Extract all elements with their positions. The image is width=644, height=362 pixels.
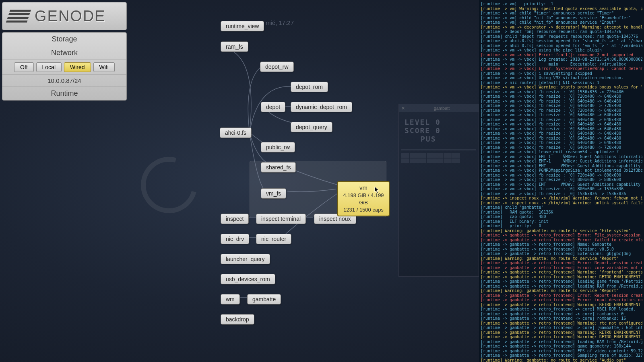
network-options: Off Local Wired Wifi — [2, 60, 126, 75]
node-depot-query[interactable]: depot_query — [291, 122, 332, 132]
node-dynamic-depot-rom[interactable]: dynamic_depot_rom — [291, 102, 352, 112]
node-wm[interactable]: wm — [221, 294, 240, 304]
logo-text: GENODE — [35, 8, 106, 25]
node-gambatte[interactable]: gambatte — [247, 294, 281, 304]
menu-runtime[interactable]: Runtime — [2, 87, 126, 100]
logo-panel: GENODE — [2, 2, 127, 30]
node-vm-detail[interactable]: vm 4.198 GiB / 4.199 GiB 1231 / 1500 cap… — [337, 181, 390, 216]
node-inspect-terminal[interactable]: inspect terminal — [256, 214, 306, 224]
genode-logo-icon — [5, 6, 32, 26]
net-off-button[interactable]: Off — [14, 62, 33, 72]
ip-address: 10.0.0.87/24 — [2, 75, 126, 87]
node-nic-drv[interactable]: nic_drv — [221, 234, 249, 244]
menu-network[interactable]: Network — [2, 46, 126, 60]
node-nic-router[interactable]: nic_router — [256, 234, 291, 244]
net-local-button[interactable]: Local — [36, 62, 62, 72]
node-ram-fs[interactable]: ram_fs — [221, 41, 248, 52]
node-ahci[interactable]: ahci-0.fs — [220, 128, 252, 138]
node-public-rw[interactable]: public_rw — [261, 142, 295, 152]
log-panel[interactable]: [runtime -> vm] priority: 1[runtime -> v… — [479, 0, 644, 362]
node-depot-rw[interactable]: depot_rw — [260, 62, 294, 72]
vm-title: vm — [341, 183, 386, 192]
node-backdrop[interactable]: backdrop — [221, 314, 254, 325]
emu-screen: LEVEL 0 SCORE 0 PUS — [401, 115, 476, 146]
emu-titlebar[interactable]: ✕ gambatt — [399, 104, 479, 112]
vm-memory: 4.198 GiB / 4.199 GiB — [341, 192, 386, 206]
node-runtime-view[interactable]: runtime_view — [221, 21, 264, 31]
gambatte-window[interactable]: ✕ gambatt LEVEL 0 SCORE 0 PUS — [398, 104, 479, 277]
debian-swirl — [130, 146, 207, 223]
node-launcher-query[interactable]: launcher_query — [221, 254, 270, 264]
node-usb-devices-rom[interactable]: usb_devices_rom — [221, 274, 275, 284]
node-depot-rom[interactable]: depot_rom — [291, 82, 328, 92]
node-vm-fs[interactable]: vm_fs — [261, 188, 286, 199]
menu-panel: Storage Network Off Local Wired Wifi 10.… — [2, 32, 127, 101]
vm-caps: 1231 / 1500 caps — [341, 206, 386, 214]
menu-storage[interactable]: Storage — [2, 33, 126, 46]
clock: mié, 17:27 — [266, 19, 294, 26]
node-inspect[interactable]: inspect — [221, 214, 249, 224]
net-wired-button[interactable]: Wired — [64, 62, 91, 72]
node-shared-fs[interactable]: shared_fs — [261, 162, 296, 173]
node-depot[interactable]: depot — [261, 102, 285, 112]
net-wifi-button[interactable]: Wifi — [93, 62, 115, 72]
